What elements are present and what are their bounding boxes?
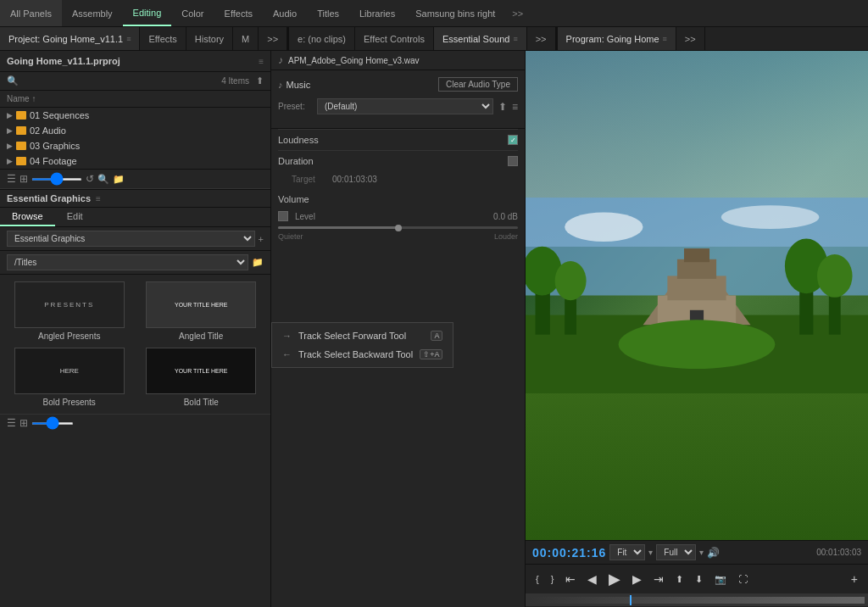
eg-item-boldpresents[interactable]: HERE Bold Presents [7,348,132,407]
full-screen-button[interactable]: ⛶ [735,572,751,586]
overwrite-button[interactable]: ⬇ [692,572,706,587]
loudness-checkbox[interactable] [508,135,518,145]
eg-thumb-text-at: YOUR TITLE HERE [175,301,228,309]
zoom-slider[interactable] [31,178,82,181]
program-monitor-panel: 00:00:21:16 Fit ▾ Full ▾ 🔊 00:01:03:03 {… [526,51,868,607]
volume-icon[interactable]: 🔊 [707,547,720,559]
nav-effects[interactable]: Effects [214,0,263,26]
project-header: Going Home_v11.1.prproj ≡ [0,51,270,72]
nav-assembly[interactable]: Assembly [62,0,123,26]
tab-essentialsound[interactable]: Essential Sound ≡ [434,27,527,50]
duration-checkbox[interactable] [508,156,518,166]
stop-button[interactable]: ▶ [605,568,624,590]
level-row: Level 0.0 dB [278,211,518,221]
sound-file-header: ♪ APM_Adobe_Going Home_v3.wav [271,51,525,70]
go-to-out-button[interactable]: ⇥ [650,571,667,588]
nav-samsung[interactable]: Samsung bins right [405,0,505,26]
folder-new-icon[interactable]: 📁 [113,174,125,185]
export-frame-button[interactable]: 📷 [711,572,730,587]
folder-03[interactable]: ▶ 03 Graphics [0,138,270,153]
step-back-button[interactable]: ◀ [584,571,600,588]
eg-bottom-bar: ☰ ⊞ [0,414,270,432]
search-icon: 🔍 [7,75,19,86]
step-fwd-button[interactable]: ▶ [629,571,645,588]
target-label: Target [292,175,326,184]
eg-folder-icon[interactable]: 📁 [252,257,264,268]
folder-04[interactable]: ▶ 04 Footage [0,153,270,169]
eg-label-angledpresents: Angled Presents [38,331,100,341]
duration-label: Duration [278,156,314,166]
preset-save-icon[interactable]: ⬆ [498,101,507,113]
tab-effects[interactable]: Effects [140,27,186,50]
eg-dropdown-path[interactable]: /Titles [7,254,248,270]
eg-tab-browse[interactable]: Browse [0,208,55,226]
mark-in-button[interactable]: { [532,572,542,586]
sound-type-section: ♪ Music Clear Audio Type Preset: (Defaul… [271,70,525,129]
context-item-backward[interactable]: ← Track Select Backward Tool ⇧+A [272,345,453,364]
list-view-icon[interactable]: ☰ [7,173,16,185]
chevron-quality-icon: ▾ [699,548,704,557]
eg-dropdown-type[interactable]: Essential Graphics [7,231,255,247]
quality-select[interactable]: Full [656,544,696,560]
eg-item-boldtitle[interactable]: YOUR TITLE HERE Bold Title [139,348,264,407]
eg-tab-edit[interactable]: Edit [55,208,95,226]
tab-middle-more[interactable]: >> [527,27,556,50]
preset-select[interactable]: (Default) [317,98,493,114]
refresh-icon[interactable]: ↺ [86,173,94,185]
mark-out-button[interactable]: } [548,572,558,586]
track-bwd-icon: ← [282,349,292,359]
nav-allpanels[interactable]: All Panels [0,0,62,26]
clear-audio-type-button[interactable]: Clear Audio Type [438,77,518,92]
eg-thumb-boldtitle: YOUR TITLE HERE [146,348,256,394]
folder-02[interactable]: ▶ 02 Audio [0,123,270,138]
level-value: 0.0 dB [484,212,518,221]
svg-point-17 [817,254,853,298]
nav-editing[interactable]: Editing [123,0,172,26]
tab-noclips[interactable]: e: (no clips) [289,27,355,50]
eg-thumb-boldpresents: HERE [14,348,125,394]
eg-label-boldpresents: Bold Presents [43,398,96,407]
context-menu: → Track Select Forward Tool A ← Track Se… [271,322,453,368]
grid-view-icon[interactable]: ⊞ [19,173,28,185]
level-checkbox[interactable] [278,211,288,221]
nav-titles[interactable]: Titles [307,0,349,26]
eg-grid-icon[interactable]: ⊞ [19,417,28,429]
svg-rect-12 [684,248,709,262]
nav-audio[interactable]: Audio [263,0,307,26]
eg-thumb-text-bt: YOUR TITLE HERE [175,368,228,374]
tab-m[interactable]: M [233,27,259,50]
tab-left-more[interactable]: >> [259,27,287,50]
playhead-indicator[interactable] [630,595,632,605]
fit-select[interactable]: Fit [609,544,645,560]
target-row: Target 00:01:03:03 [278,171,518,187]
nav-color[interactable]: Color [171,0,214,26]
program-duration: 00:01:03:03 [816,548,861,557]
tab-project[interactable]: Project: Going Home_v11.1 ≡ [0,27,140,50]
eg-item-angledtitle[interactable]: YOUR TITLE HERE Angled Title [139,281,264,341]
go-to-in-button[interactable]: ⇤ [562,571,579,588]
eg-add-icon[interactable]: + [259,234,264,244]
eg-zoom-slider[interactable] [31,422,74,425]
level-slider-fill [278,226,398,229]
search-icon-2[interactable]: 🔍 [97,174,109,185]
tab-history[interactable]: History [186,27,233,50]
eg-list-icon[interactable]: ☰ [7,417,16,429]
loudness-section: Loudness [271,129,525,150]
eg-item-angledpresents[interactable]: PRESENTS Angled Presents [7,281,132,341]
preset-menu-icon[interactable]: ≡ [512,101,518,113]
nav-more[interactable]: >> [505,8,530,19]
file-list: ▶ 01 Sequences ▶ 02 Audio ▶ 03 Graphics … [0,108,270,169]
nav-libraries[interactable]: Libraries [349,0,405,26]
tab-effectcontrols[interactable]: Effect Controls [355,27,434,50]
context-item-forward[interactable]: → Track Select Forward Tool A [272,326,453,345]
settings-button[interactable]: + [848,571,861,588]
tab-programmonitor[interactable]: Program: Going Home ≡ [558,27,676,50]
folder-01[interactable]: ▶ 01 Sequences [0,108,270,123]
video-frame [526,51,868,540]
eg-thumb-text-ap: PRESENTS [44,301,94,309]
eg-title: Essential Graphics [7,193,91,203]
eg-dropdown-path-row: /Titles 📁 [0,251,270,275]
tab-right-more[interactable]: >> [676,27,705,50]
insert-button[interactable]: ⬆ [672,572,687,587]
level-slider-thumb[interactable] [395,225,402,231]
